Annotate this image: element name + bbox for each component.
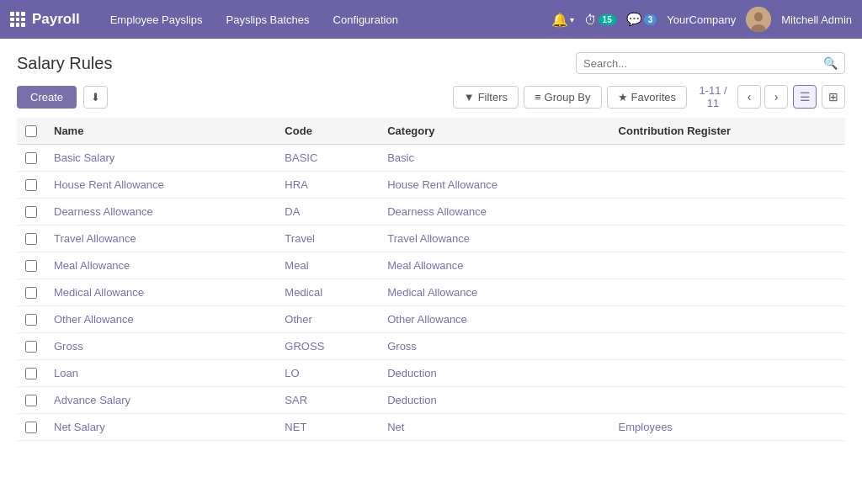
star-icon: ★ — [618, 91, 628, 103]
row-checkbox[interactable] — [25, 233, 37, 245]
next-page-button[interactable]: › — [764, 85, 788, 109]
row-code: Other — [276, 306, 379, 333]
list-view-button[interactable]: ☰ — [793, 85, 817, 109]
row-checkbox[interactable] — [25, 422, 37, 433]
row-category-link[interactable]: Dearness Allowance — [387, 205, 487, 218]
row-contribution — [610, 225, 845, 252]
select-all-checkbox[interactable] — [25, 125, 37, 137]
row-checkbox[interactable] — [25, 341, 37, 353]
row-category-link[interactable]: Basic — [387, 151, 414, 164]
row-checkbox[interactable] — [25, 260, 37, 272]
row-checkbox-cell — [17, 387, 45, 414]
navbar-nav: Employee Payslips Payslips Batches Confi… — [100, 8, 551, 31]
bell-icon: 🔔 — [551, 12, 568, 28]
row-name-link[interactable]: Other Allowance — [54, 313, 134, 326]
row-category: House Rent Allowance — [379, 172, 609, 199]
row-checkbox[interactable] — [25, 314, 37, 326]
row-contribution — [610, 360, 845, 387]
prev-page-button[interactable]: ‹ — [737, 85, 761, 109]
filters-button[interactable]: ▼ Filters — [453, 86, 519, 109]
header-checkbox-cell — [17, 118, 45, 145]
row-checkbox-cell — [17, 172, 45, 199]
row-code: SAR — [276, 387, 379, 414]
create-button[interactable]: Create — [17, 86, 77, 109]
row-code-value: GROSS — [285, 340, 324, 353]
row-category: Gross — [379, 333, 609, 360]
table-row: Advance Salary SAR Deduction — [17, 387, 845, 414]
row-code-value: Medical — [285, 286, 322, 299]
favorites-button[interactable]: ★ Favorites — [607, 86, 687, 109]
row-category-link[interactable]: Medical Allowance — [387, 286, 477, 299]
row-code-value: BASIC — [285, 151, 317, 164]
activity-badge: 15 — [599, 14, 616, 25]
row-category-link[interactable]: Gross — [387, 340, 417, 353]
row-category-link[interactable]: Meal Allowance — [387, 259, 463, 272]
nav-configuration[interactable]: Configuration — [323, 8, 408, 31]
avatar[interactable] — [746, 7, 771, 32]
row-code: DA — [276, 199, 379, 225]
row-name: Advance Salary — [45, 387, 276, 414]
messages-badge: 3 — [644, 14, 657, 25]
row-name-link[interactable]: Dearness Allowance — [54, 205, 153, 218]
search-icon: 🔍 — [823, 56, 838, 70]
bell-button[interactable]: 🔔 ▾ — [551, 12, 574, 28]
row-code: Travel — [276, 225, 379, 252]
groupby-label: Group By — [545, 91, 591, 103]
table-row: Gross GROSS Gross — [17, 333, 845, 360]
row-name-link[interactable]: Basic Salary — [54, 151, 114, 164]
row-checkbox[interactable] — [25, 206, 37, 218]
activity-icon: ⏱ — [584, 13, 597, 27]
row-code: LO — [276, 360, 379, 387]
row-category-link[interactable]: Net — [387, 421, 404, 433]
search-input[interactable] — [583, 57, 823, 70]
nav-payslips-batches[interactable]: Payslips Batches — [216, 8, 320, 31]
row-name-link[interactable]: Travel Allowance — [54, 232, 136, 245]
row-contribution: Employees — [610, 414, 845, 441]
row-category: Travel Allowance — [379, 225, 609, 252]
row-contribution — [610, 387, 845, 414]
row-name-link[interactable]: Medical Allowance — [54, 286, 144, 299]
chat-icon: 💬 — [626, 12, 642, 27]
row-name-link[interactable]: Net Salary — [54, 421, 105, 433]
row-name-link[interactable]: Advance Salary — [54, 394, 130, 406]
groupby-button[interactable]: ≡ Group By — [524, 86, 602, 109]
row-name: Other Allowance — [45, 306, 276, 333]
download-icon: ⬇ — [91, 91, 100, 103]
navbar-logo[interactable]: Payroll — [10, 11, 80, 28]
header-name: Name — [45, 118, 276, 145]
row-checkbox[interactable] — [25, 179, 37, 191]
pagination-info: 1-11 / 11 — [692, 84, 734, 109]
row-category-link[interactable]: House Rent Allowance — [387, 178, 498, 191]
app-title: Payroll — [32, 11, 80, 28]
row-category-link[interactable]: Deduction — [387, 394, 437, 406]
row-category: Meal Allowance — [379, 252, 609, 279]
row-checkbox[interactable] — [25, 368, 37, 379]
row-checkbox-cell — [17, 333, 45, 360]
row-checkbox[interactable] — [25, 152, 37, 164]
row-checkbox[interactable] — [25, 395, 37, 406]
download-button[interactable]: ⬇ — [83, 86, 108, 109]
row-name: Dearness Allowance — [45, 199, 276, 225]
row-name-link[interactable]: Gross — [54, 340, 83, 353]
search-bar: 🔍 — [576, 52, 845, 74]
grid-view-button[interactable]: ⊞ — [822, 85, 845, 109]
row-name-link[interactable]: Loan — [54, 367, 78, 379]
grid-view-icon: ⊞ — [828, 90, 838, 103]
messages-button[interactable]: 💬 3 — [626, 12, 657, 27]
table-row: Travel Allowance Travel Travel Allowance — [17, 225, 845, 252]
nav-employee-payslips[interactable]: Employee Payslips — [100, 8, 213, 31]
row-category-link[interactable]: Other Allowance — [387, 313, 467, 326]
row-category: Other Allowance — [379, 306, 609, 333]
row-category-link[interactable]: Travel Allowance — [387, 232, 470, 245]
row-checkbox[interactable] — [25, 287, 37, 299]
page-content: Salary Rules 🔍 Create ⬇ ▼ Filters ≡ Grou… — [0, 39, 862, 504]
row-name-link[interactable]: Meal Allowance — [54, 259, 130, 272]
row-code: BASIC — [276, 145, 379, 172]
row-name-link[interactable]: House Rent Allowance — [54, 178, 164, 191]
row-category-link[interactable]: Deduction — [387, 367, 437, 379]
activity-button[interactable]: ⏱ 15 — [584, 13, 616, 27]
table-row: Meal Allowance Meal Meal Allowance — [17, 252, 845, 279]
row-checkbox-cell — [17, 279, 45, 306]
svg-point-1 — [754, 13, 763, 22]
table-row: Dearness Allowance DA Dearness Allowance — [17, 199, 845, 225]
